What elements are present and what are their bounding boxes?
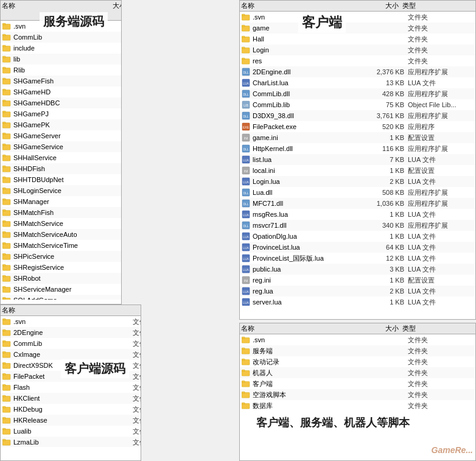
list-item[interactable]: Flash文件夹 <box>1 382 141 393</box>
folder-icon <box>2 131 12 141</box>
list-item[interactable]: INIreg.ini1 KB配置设置 <box>240 275 475 286</box>
list-item[interactable]: SHMatchServiceTime文件夹 <box>1 240 121 251</box>
col-type-header2: 类型 <box>402 1 474 10</box>
list-item[interactable]: SHGameHD文件夹 <box>1 86 121 97</box>
list-item[interactable]: 客户端文件夹 <box>240 378 475 389</box>
client-source-file-list[interactable]: .svn文件夹2DEngine文件夹CommLib文件夹CxImage文件夹Di… <box>1 316 141 447</box>
list-item[interactable]: SHMatchServiceAuto文件夹 <box>1 229 121 240</box>
list-item[interactable]: 机器人文件夹 <box>240 367 475 378</box>
list-item[interactable]: INIlocal.ini1 KB配置设置 <box>240 165 475 176</box>
list-item[interactable]: LIBCommLib.lib75 KBObject File Lib... <box>240 99 475 110</box>
lib-icon: LIB <box>241 100 251 110</box>
file-type: LUA 文件 <box>408 155 474 164</box>
list-item[interactable]: LUAOpationDlg.lua1 KBLUA 文件 <box>240 231 475 242</box>
list-item[interactable]: DLLLua.dll508 KB应用程序扩展 <box>240 187 475 198</box>
list-item[interactable]: LUAserver.lua1 KBLUA 文件 <box>240 297 475 306</box>
svg-rect-150 <box>242 348 245 350</box>
list-item[interactable]: game文件夹 <box>240 23 475 33</box>
list-item[interactable]: DLLMFC71.dll1,036 KB应用程序扩展 <box>240 198 475 209</box>
folder-icon <box>2 120 12 130</box>
list-item[interactable]: CxImage文件夹 <box>1 349 141 360</box>
server-source-file-list[interactable]: .svn文件夹CommLib文件夹include文件夹lib文件夹Rlib文件夹… <box>1 21 121 300</box>
list-item[interactable]: SHRobot文件夹 <box>1 273 121 284</box>
list-item[interactable]: res文件夹 <box>240 55 475 66</box>
list-item[interactable]: 改动记录文件夹 <box>240 356 475 367</box>
list-item[interactable]: SQLAddGame文件夹 <box>1 295 121 300</box>
list-item[interactable]: SHGameFish文件夹 <box>1 76 121 86</box>
list-item[interactable]: SHGameServer文件夹 <box>1 130 121 141</box>
folder-icon <box>241 390 251 399</box>
list-item[interactable]: .svn文件夹 <box>1 316 141 327</box>
ini-icon: INI <box>241 166 251 175</box>
list-item[interactable]: LUAreg.lua2 KBLUA 文件 <box>240 286 475 297</box>
list-item[interactable]: include文件夹 <box>1 43 121 54</box>
list-item[interactable]: SHManager文件夹 <box>1 196 121 207</box>
file-name: 2DEngine.dll <box>253 68 368 76</box>
client-files-file-list[interactable]: .svn文件夹game文件夹Hall文件夹Login文件夹res文件夹DLL2D… <box>240 12 475 306</box>
list-item[interactable]: SHGameService文件夹 <box>1 141 121 152</box>
list-item[interactable]: .svn文件夹 <box>1 21 121 32</box>
list-item[interactable]: 2DEngine文件夹 <box>1 327 141 338</box>
list-item[interactable]: CommLib文件夹 <box>1 338 141 349</box>
script-files-file-list[interactable]: .svn文件夹服务端文件夹改动记录文件夹机器人文件夹客户端文件夹空游戏脚本文件夹… <box>240 334 475 447</box>
file-name: FilePacket.exe <box>253 123 368 130</box>
dll-icon: DLL <box>241 220 251 230</box>
list-item[interactable]: SHGamePJ文件夹 <box>1 108 121 119</box>
list-item[interactable]: lib文件夹 <box>1 54 121 65</box>
svg-rect-135 <box>2 406 5 408</box>
list-item[interactable]: Login文件夹 <box>240 44 475 55</box>
col-name-header4: 名称 <box>241 324 363 333</box>
list-item[interactable]: 数据库文件夹 <box>240 400 475 411</box>
list-item[interactable]: LUAProvinceList.lua64 KBLUA 文件 <box>240 242 475 253</box>
list-item[interactable]: LUAProvinceList_国际版.lua12 KBLUA 文件 <box>240 253 475 264</box>
list-item[interactable]: DLLCommLib.dll428 KB应用程序扩展 <box>240 88 475 99</box>
list-item[interactable]: 服务端文件夹 <box>240 345 475 356</box>
list-item[interactable]: LUALogin.lua2 KBLUA 文件 <box>240 176 475 187</box>
list-item[interactable]: SHMatchFish文件夹 <box>1 207 121 218</box>
list-item[interactable]: DirectX9SDK文件夹 <box>1 360 141 371</box>
svg-rect-45 <box>2 264 5 266</box>
list-item[interactable]: CommLib文件夹 <box>1 32 121 43</box>
list-item[interactable]: SHServiceManager文件夹 <box>1 284 121 295</box>
list-item[interactable]: SHGamePK文件夹 <box>1 119 121 130</box>
list-item[interactable]: 空游戏脚本文件夹 <box>240 389 475 400</box>
list-item[interactable]: Hall文件夹 <box>240 33 475 44</box>
list-item[interactable]: EXEFilePacket.exe520 KB应用程序 <box>240 121 475 132</box>
list-item[interactable]: LUAlist.lua7 KBLUA 文件 <box>240 154 475 165</box>
list-item[interactable]: Rlib文件夹 <box>1 65 121 76</box>
list-item[interactable]: DLLHttpKernel.dll116 KB应用程序扩展 <box>240 143 475 154</box>
list-item[interactable]: HKRelease文件夹 <box>1 415 141 426</box>
list-item[interactable]: SHPicService文件夹 <box>1 251 121 262</box>
list-item[interactable]: LzmaLib文件夹 <box>1 437 141 447</box>
list-item[interactable]: LUACharList.lua13 KBLUA 文件 <box>240 77 475 88</box>
col-size-header4: 大小 <box>363 324 402 333</box>
script-files-panel: 名称 大小 类型 .svn文件夹服务端文件夹改动记录文件夹机器人文件夹客户端文件… <box>239 323 476 461</box>
list-item[interactable]: SHGameHDBC文件夹 <box>1 97 121 108</box>
list-item[interactable]: HKDebug文件夹 <box>1 404 141 415</box>
list-item[interactable]: DLLmsvcr71.dll340 KB应用程序扩展 <box>240 220 475 231</box>
list-item[interactable]: LUApublic.lua3 KBLUA 文件 <box>240 264 475 275</box>
list-item[interactable]: SHRegistService文件夹 <box>1 262 121 273</box>
list-item[interactable]: SHMatchService文件夹 <box>1 218 121 229</box>
list-item[interactable]: HKClient文件夹 <box>1 393 141 404</box>
list-item[interactable]: Lualib文件夹 <box>1 426 141 437</box>
list-item[interactable]: SHHTDBUdpNet文件夹 <box>1 174 121 185</box>
list-item[interactable]: DLL2DEngine.dll2,376 KB应用程序扩展 <box>240 66 475 77</box>
file-type: 文件夹 <box>408 368 474 378</box>
list-item[interactable]: SHHallService文件夹 <box>1 152 121 163</box>
svg-text:LIB: LIB <box>243 104 248 107</box>
file-type: 应用程序扩展 <box>408 144 474 153</box>
file-type: 文件夹 <box>133 427 141 436</box>
list-item[interactable]: FilePacket文件夹 <box>1 371 141 382</box>
file-size: 7 KB <box>368 156 408 163</box>
file-name: CommLib.dll <box>253 90 368 97</box>
list-item[interactable]: LUAmsgRes.lua1 KBLUA 文件 <box>240 209 475 220</box>
file-type: 文件夹 <box>408 24 474 33</box>
list-item[interactable]: INIgame.ini1 KB配置设置 <box>240 132 475 143</box>
list-item[interactable]: DLLD3DX9_38.dll3,761 KB应用程序扩展 <box>240 110 475 121</box>
list-item[interactable]: .svn文件夹 <box>240 334 475 345</box>
list-item[interactable]: SHLoginService文件夹 <box>1 185 121 196</box>
list-item[interactable]: SHHDFish文件夹 <box>1 163 121 174</box>
file-type: 文件夹 <box>133 361 141 370</box>
list-item[interactable]: .svn文件夹 <box>240 12 475 23</box>
